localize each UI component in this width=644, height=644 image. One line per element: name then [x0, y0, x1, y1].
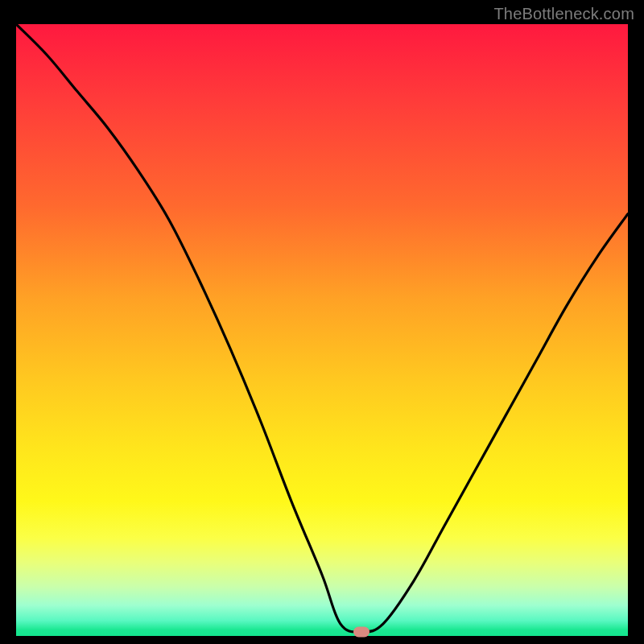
background-gradient	[16, 24, 628, 636]
plot-area	[16, 24, 628, 636]
watermark-text: TheBottleneck.com	[493, 5, 634, 23]
chart-frame	[16, 24, 628, 636]
optimal-marker	[353, 626, 369, 637]
